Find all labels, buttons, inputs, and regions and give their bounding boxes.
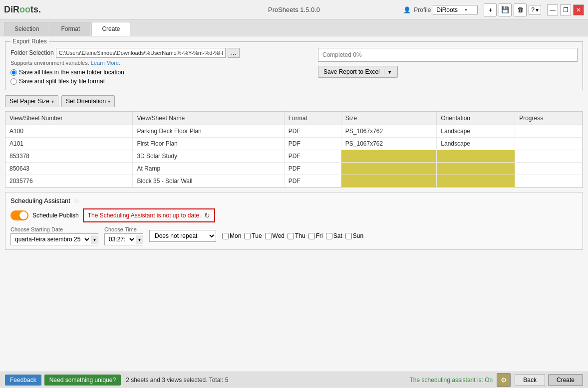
status-text: 2 sheets and 3 views selected. Total: 5	[126, 377, 409, 384]
scheduling-on-status: The scheduling assistant is: On	[410, 377, 493, 384]
check-mon[interactable]: Mon	[222, 232, 241, 239]
table-cell: A101	[5, 138, 133, 150]
paper-size-button[interactable]: Set Paper Size ▾	[5, 95, 58, 107]
check-tue[interactable]: Tue	[244, 232, 262, 239]
save-button[interactable]: 💾	[499, 3, 512, 16]
main-content: Export Rules Folder Selection ... Suppor…	[0, 36, 588, 372]
radio-same-folder[interactable]: Save all files in the same folder locati…	[10, 69, 313, 76]
time-select[interactable]: 03:27:	[105, 234, 136, 245]
app-logo: DiRoots.	[4, 4, 41, 15]
toggle-knob	[19, 211, 27, 219]
radio-group: Save all files in the same folder locati…	[10, 69, 313, 85]
paper-size-chevron-icon: ▾	[51, 99, 54, 104]
date-chevron-icon[interactable]: ▾	[91, 235, 98, 244]
save-report-chevron-icon: ▼	[384, 69, 392, 75]
orientation-button[interactable]: Set Orientation ▾	[61, 95, 115, 107]
help-label: ?	[531, 6, 535, 13]
table-cell: A100	[5, 125, 133, 138]
table-cell	[515, 150, 583, 163]
choose-date-label: Choose Starting Date	[10, 226, 98, 232]
col-header-progress: Progress	[515, 112, 583, 125]
repeat-select[interactable]: Does not repeat	[149, 230, 216, 242]
radio-split-files[interactable]: Save and split files by file format	[10, 78, 313, 85]
help-button[interactable]: ? ▾	[529, 5, 541, 15]
add-button[interactable]: ＋	[484, 3, 497, 16]
table-cell: PDF	[284, 163, 341, 175]
profile-section: 👤 Profile DiRoots ▾	[403, 5, 478, 15]
table-cell: At Ramp	[133, 163, 284, 175]
table-cell: Landscape	[437, 138, 515, 150]
time-chevron-icon[interactable]: ▾	[136, 235, 143, 244]
refresh-icon[interactable]: ↻	[204, 211, 210, 219]
export-left: Folder Selection ... Supports environmen…	[10, 48, 313, 85]
table-cell	[437, 150, 515, 163]
check-sat[interactable]: Sat	[326, 232, 342, 239]
table-cell: 850643	[5, 163, 133, 175]
table-cell	[437, 163, 515, 175]
table-cell	[341, 150, 437, 163]
minimize-button[interactable]: —	[547, 4, 558, 15]
env-note: Supports environment variables. Learn Mo…	[10, 60, 313, 66]
help-chevron-icon: ▾	[536, 6, 539, 13]
check-wed[interactable]: Wed	[265, 232, 285, 239]
learn-more-link[interactable]: Learn More.	[91, 60, 120, 66]
folder-path-input[interactable]	[56, 48, 226, 58]
table-row: 2035776Block 35 - Solar WallPDF	[5, 175, 583, 188]
table-cell	[515, 125, 583, 138]
table-cell: 2035776	[5, 175, 133, 188]
export-right: Save Report to Excel ▼	[318, 48, 578, 78]
tab-create[interactable]: Create	[91, 22, 130, 36]
tab-format[interactable]: Format	[50, 22, 90, 36]
col-header-size: Size	[341, 112, 437, 125]
table-cell: PDF	[284, 138, 341, 150]
table-cell: PDF	[284, 125, 341, 138]
table-cell: PS_1067x762	[341, 138, 437, 150]
table-cell: 853378	[5, 150, 133, 163]
check-fri[interactable]: Fri	[308, 232, 323, 239]
table-row: 850643At RampPDF	[5, 163, 583, 175]
date-time-row: Choose Starting Date quarta-feira setemb…	[10, 226, 578, 245]
tab-selection[interactable]: Selection	[4, 22, 49, 36]
toolbar: Set Paper Size ▾ Set Orientation ▾	[5, 95, 583, 107]
feedback-button[interactable]: Feedback	[5, 375, 41, 386]
delete-button[interactable]: 🗑	[514, 3, 527, 16]
table-cell	[515, 175, 583, 188]
table-cell	[437, 175, 515, 188]
maximize-button[interactable]: ❐	[560, 4, 571, 15]
gear-button[interactable]: ⚙	[497, 373, 511, 387]
table-row: A100Parking Deck Floor PlanPDFPS_1067x76…	[5, 125, 583, 138]
user-icon: 👤	[403, 6, 411, 13]
star-icon[interactable]: ☆	[73, 196, 80, 204]
table-cell	[341, 163, 437, 175]
table-cell	[515, 138, 583, 150]
profile-chevron-icon: ▾	[465, 7, 467, 12]
window-controls: — ❐ ✕	[547, 4, 584, 15]
close-button[interactable]: ✕	[573, 4, 584, 15]
paper-size-label: Set Paper Size	[9, 98, 49, 105]
export-rules-inner: Folder Selection ... Supports environmen…	[10, 48, 578, 85]
profile-label: Profile	[414, 6, 431, 13]
browse-button[interactable]: ...	[228, 48, 240, 58]
create-button[interactable]: Create	[548, 374, 583, 386]
tab-bar: Selection Format Create	[0, 20, 588, 36]
repeat-group: Does not repeat	[149, 230, 216, 242]
profile-dropdown[interactable]: DiRoots ▾	[433, 5, 478, 15]
save-report-button[interactable]: Save Report to Excel ▼	[318, 66, 398, 78]
date-select[interactable]: quarta-feira setembro 25	[11, 234, 91, 245]
title-bar: DiRoots. ProSheets 1.5.0.0 👤 Profile DiR…	[0, 0, 588, 20]
schedule-toggle[interactable]	[10, 210, 28, 220]
table-row: 8533783D Solar StudyPDF	[5, 150, 583, 163]
title-bar-controls: 👤 Profile DiRoots ▾ ＋ 💾 🗑 ? ▾ — ❐ ✕	[403, 3, 584, 16]
schedule-row: Schedule Publish The Scheduling Assistan…	[10, 208, 578, 222]
unique-button[interactable]: Need something unique?	[44, 375, 121, 386]
save-report-label: Save Report to Excel	[323, 68, 380, 75]
export-rules-section: Export Rules Folder Selection ... Suppor…	[5, 41, 583, 90]
table-cell: Parking Deck Floor Plan	[133, 125, 284, 138]
check-sun[interactable]: Sun	[345, 232, 363, 239]
progress-input	[318, 48, 578, 62]
back-button[interactable]: Back	[515, 374, 545, 386]
check-thu[interactable]: Thu	[288, 232, 305, 239]
profile-value: DiRoots	[436, 6, 458, 13]
time-group: Choose Time 03:27: ▾	[104, 226, 143, 245]
table-cell: 3D Solar Study	[133, 150, 284, 163]
